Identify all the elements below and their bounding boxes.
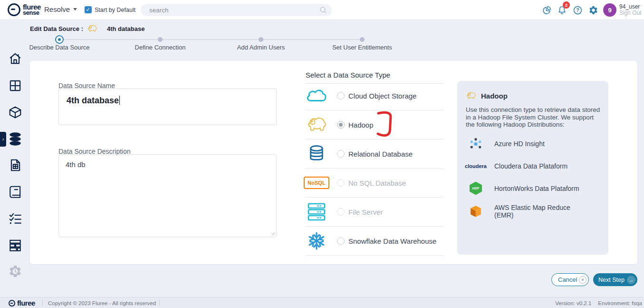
type-row-hadoop[interactable]: Hadoop [306,110,443,139]
type-label-cloud-object-storage: Cloud Object Storage [348,92,416,100]
data-source-description-textarea[interactable]: 4th db [58,154,277,237]
radio-cloud-object-storage[interactable] [337,92,345,99]
azure-hdinsight-icon [466,137,486,150]
footer-version-info: Version: v0.2.1 Environment: fsqa [555,300,642,306]
distribution-azure-hd-insight: Azure HD Insight [466,137,600,151]
resolve-dropdown[interactable]: Resolve [44,5,77,13]
hdp-badge-text: HDP [472,187,480,190]
sidebar-item-data-sources[interactable] [8,132,22,146]
nosql-icon: NoSQL [306,177,327,189]
fluree-logo-icon [8,3,20,16]
sidebar-active-indicator[interactable]: › [0,132,6,147]
edit-data-source-card: Data Source Name 4th database Data Sourc… [30,61,637,264]
username-label: 94_user [619,3,640,10]
cancel-button-label: Cancel [558,276,577,283]
cloud-icon [306,88,327,104]
chevron-down-icon [73,8,77,10]
settings-gear-icon[interactable] [588,5,598,15]
app-root: fluree sense Resolve Start by Default 2 … [0,0,644,308]
fluree-logo-icon [9,300,15,307]
svg-text:?: ? [576,7,579,13]
sidebar-item-storage[interactable] [8,238,22,252]
hdp-icon: HDP [466,182,486,195]
distribution-label-aws-emr: AWS Elastic Map Reduce (EMR) [494,204,589,219]
footer-environment: Environment: fsqa [598,300,642,306]
brand-line2: sense [23,10,41,16]
distribution-hortonworks: HDP HortonWorks Data Plataform [466,181,600,196]
radio-hadoop[interactable] [337,121,345,129]
avatar-initial: 9 [608,7,611,14]
hadoop-elephant-icon [87,24,97,33]
next-step-button[interactable]: Next Step → [593,273,637,286]
search-input[interactable] [141,4,332,16]
aws-emr-icon [466,205,486,218]
start-by-default-label: Start by Default [95,7,135,13]
notification-badge: 2 [563,1,570,9]
distribution-label-azure: Azure HD Insight [494,140,589,148]
breadcrumb-label: Edit Data Source : [30,25,83,32]
snowflake-icon [306,231,327,250]
close-icon: ✕ [579,276,586,284]
footer-divider [159,300,160,306]
radio-file-server [337,208,345,216]
distribution-cloudera: cloudera Cloudera Data Plataform [466,159,600,173]
distribution-label-hortonworks: HortonWorks Data Plataform [494,185,589,192]
sign-out-link[interactable]: Sign Out [619,10,642,16]
sidebar-item-home[interactable] [8,51,22,66]
start-by-default-checkbox-group: Start by Default [85,6,135,13]
start-by-default-checkbox[interactable] [85,6,92,13]
relational-database-icon [306,144,327,163]
sidebar-item-grid[interactable] [8,79,22,93]
breadcrumb-value: 4th database [107,25,144,32]
step-dot-describe-data-source[interactable] [55,35,64,44]
step-label-define-connection: Define Connection [117,44,203,51]
type-row-relational-database[interactable]: Relational Database [306,139,443,169]
step-dot-add-admin-users[interactable] [259,37,263,42]
type-row-cloud-object-storage[interactable]: Cloud Object Storage [306,81,443,110]
step-label-add-admin-users: Add Admin Users [218,44,304,51]
cancel-button[interactable]: Cancel ✕ [551,273,589,286]
type-label-hadoop: Hadoop [348,121,374,129]
radio-snowflake-data-warehouse[interactable] [337,237,345,245]
radio-relational-database[interactable] [337,150,345,158]
next-step-button-label: Next Step [598,277,625,283]
data-source-name-value: 4th database [67,96,119,105]
footer-fluree-logo: fluree [9,299,35,307]
footer-divider [42,300,43,306]
fluree-sense-logo[interactable]: fluree sense [8,3,41,16]
footer-version: Version: v0.2.1 [555,300,591,306]
type-label-snowflake-data-warehouse: Snowflake Data Warehouse [348,237,436,245]
type-row-file-server: File Server [306,198,443,227]
panel-title: Hadoop [481,92,508,100]
sidebar-item-report[interactable] [8,158,22,172]
arrow-right-icon: → [627,276,635,284]
step-dot-define-connection[interactable] [158,37,163,42]
sidebar-item-scheduler[interactable] [8,264,22,278]
sidebar-item-cube[interactable] [8,105,22,119]
cloudera-logo-text: cloudera [465,163,487,169]
stepper-line [59,39,362,40]
cloudera-icon: cloudera [466,163,486,169]
brand-text: fluree sense [23,4,41,16]
resolve-dropdown-label: Resolve [44,5,70,13]
radio-nosql-database [337,179,345,187]
text-cursor [119,96,120,105]
data-source-name-input[interactable]: 4th database [58,89,277,125]
type-label-file-server: File Server [348,208,383,216]
panel-description: Use this connection type to retrieve dat… [466,106,603,129]
usage-pie-chart-icon[interactable] [542,5,552,15]
data-source-description-value: 4th db [66,160,86,169]
file-server-icon [306,202,327,221]
sidebar-item-tasks[interactable] [8,211,22,226]
distribution-label-cloudera: Cloudera Data Plataform [494,162,589,170]
resize-handle[interactable] [270,231,275,236]
help-icon[interactable]: ? [573,5,583,15]
step-dot-set-user-entitlements[interactable] [360,37,365,42]
sidebar-item-documentation[interactable] [8,185,22,199]
user-avatar[interactable]: 9 [603,3,616,17]
type-row-snowflake-data-warehouse[interactable]: Snowflake Data Warehouse [306,227,443,256]
footer-copyright: Copyright © 2023 Fluree - All rights res… [48,300,156,306]
type-label-relational-database: Relational Database [348,150,413,158]
distribution-aws-emr: AWS Elastic Map Reduce (EMR) [466,204,600,219]
panel-title-row: Hadoop [466,91,600,100]
